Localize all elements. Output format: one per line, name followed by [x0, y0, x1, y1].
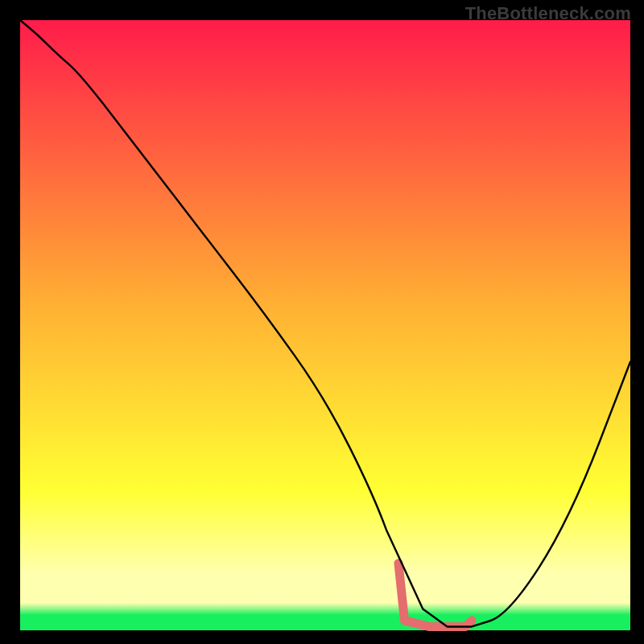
attribution-text: TheBottleneck.com: [465, 3, 631, 24]
plot-area: [20, 20, 630, 630]
chart-stage: TheBottleneck.com: [0, 0, 644, 644]
chart-canvas: [0, 0, 644, 644]
